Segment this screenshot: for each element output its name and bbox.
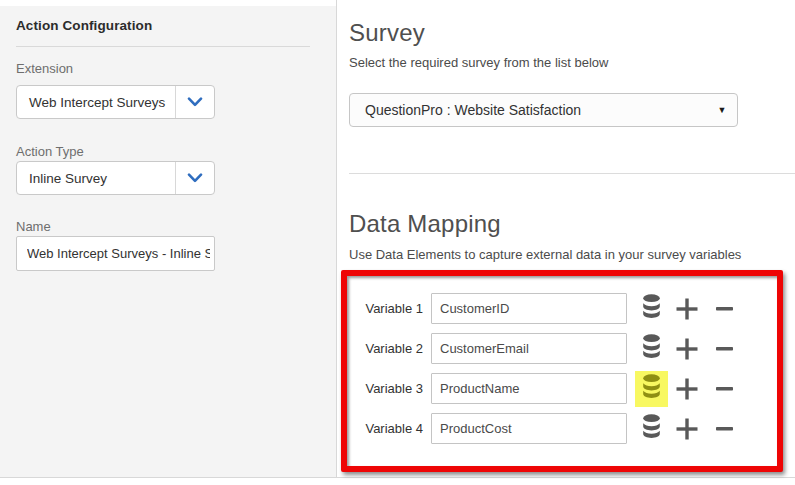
minus-icon	[716, 347, 733, 351]
variable-value-input[interactable]	[431, 293, 627, 324]
minus-icon	[716, 387, 733, 391]
survey-subtitle: Select the required survey from the list…	[349, 55, 608, 70]
remove-variable-button[interactable]	[716, 418, 733, 440]
variable-row-3: Variable 3	[359, 373, 777, 404]
variable-label: Variable 3	[359, 381, 423, 396]
data-mapping-highlight-box: Variable 1 Variable 2 Variable 3	[341, 270, 783, 472]
name-input[interactable]	[27, 237, 210, 270]
title-divider	[16, 46, 310, 47]
variable-row-4: Variable 4	[359, 413, 777, 444]
chevron-down-icon	[187, 93, 203, 111]
survey-select-value: QuestionPro : Website Satisfaction	[350, 102, 707, 118]
plus-icon	[676, 298, 698, 320]
extension-dropdown[interactable]: Web Intercept Surveys	[16, 85, 215, 119]
add-variable-button[interactable]	[676, 298, 698, 320]
data-element-picker-button[interactable]	[635, 331, 668, 367]
data-mapping-subtitle: Use Data Elements to capture external da…	[349, 247, 741, 262]
action-type-dropdown[interactable]: Inline Survey	[16, 161, 215, 195]
variable-value-input[interactable]	[431, 333, 627, 364]
extension-dropdown-value: Web Intercept Surveys	[17, 86, 175, 118]
remove-variable-button[interactable]	[716, 298, 733, 320]
plus-icon	[676, 418, 698, 440]
panel-separator	[336, 0, 337, 477]
panel-title: Action Configuration	[16, 18, 152, 33]
action-type-dropdown-button[interactable]	[175, 162, 214, 194]
minus-icon	[716, 307, 733, 311]
remove-variable-button[interactable]	[716, 378, 733, 400]
variable-value-input[interactable]	[431, 373, 627, 404]
bottom-divider	[0, 477, 795, 478]
remove-variable-button[interactable]	[716, 338, 733, 360]
variable-row-2: Variable 2	[359, 333, 777, 364]
survey-select[interactable]: QuestionPro : Website Satisfaction ▼	[349, 93, 738, 127]
minus-icon	[716, 427, 733, 431]
variable-label: Variable 1	[359, 301, 423, 316]
action-type-dropdown-value: Inline Survey	[17, 162, 175, 194]
data-mapping-heading: Data Mapping	[349, 210, 501, 238]
name-field-wrap	[16, 236, 215, 271]
section-divider	[349, 173, 795, 174]
add-variable-button[interactable]	[676, 418, 698, 440]
data-element-picker-button[interactable]	[635, 291, 668, 327]
extension-dropdown-button[interactable]	[175, 86, 214, 118]
data-element-picker-button[interactable]	[635, 371, 668, 407]
database-icon	[642, 414, 661, 443]
extension-label: Extension	[16, 61, 73, 76]
database-icon	[642, 374, 661, 403]
variable-label: Variable 4	[359, 421, 423, 436]
add-variable-button[interactable]	[676, 338, 698, 360]
variable-row-1: Variable 1	[359, 293, 777, 324]
survey-heading: Survey	[349, 19, 425, 47]
variable-label: Variable 2	[359, 341, 423, 356]
database-icon	[642, 294, 661, 323]
add-variable-button[interactable]	[676, 378, 698, 400]
plus-icon	[676, 338, 698, 360]
name-label: Name	[16, 219, 51, 234]
variable-value-input[interactable]	[431, 413, 627, 444]
chevron-down-icon	[187, 169, 203, 187]
action-type-label: Action Type	[16, 144, 84, 159]
database-icon	[642, 334, 661, 363]
caret-down-icon: ▼	[707, 106, 737, 115]
plus-icon	[676, 378, 698, 400]
data-element-picker-button[interactable]	[635, 411, 668, 447]
